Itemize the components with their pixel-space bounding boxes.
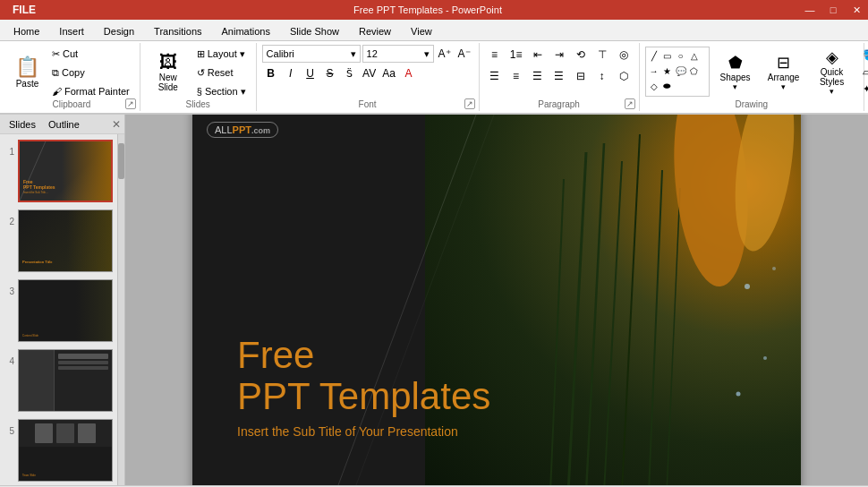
- shapes-button[interactable]: ⬟ Shapes ▾: [713, 45, 758, 98]
- numbering-button[interactable]: 1≡: [506, 45, 526, 64]
- tab-slideshow[interactable]: Slide Show: [280, 21, 349, 40]
- para-row-1: ≡ 1≡ ⇤ ⇥ ⟲ ⊤ ◎: [485, 45, 634, 64]
- align-center-button[interactable]: ≡: [506, 66, 526, 86]
- smartart-button[interactable]: ◎: [614, 45, 634, 64]
- increase-font-button[interactable]: A⁺: [436, 45, 454, 63]
- slide4-content: [58, 354, 108, 407]
- canvas-area[interactable]: ALLPPT.com Free PPT Templates Insert the…: [125, 115, 868, 485]
- align-right-button[interactable]: ☰: [528, 66, 548, 86]
- columns-icon: ⊟: [576, 70, 585, 82]
- shape-triangle[interactable]: △: [688, 49, 701, 62]
- align-left-button[interactable]: ☰: [485, 66, 505, 86]
- slides-tab[interactable]: Slides: [4, 118, 41, 131]
- format-painter-button[interactable]: 🖌 Format Painter: [47, 82, 134, 100]
- layout-button[interactable]: ⊞ Layout ▾: [192, 45, 251, 63]
- shape-line[interactable]: ╱: [648, 49, 660, 62]
- slide-thumb-4[interactable]: 4: [2, 347, 123, 414]
- font-name-dropdown[interactable]: Calibri▾: [262, 45, 361, 63]
- maximize-button[interactable]: □: [821, 0, 845, 20]
- close-button[interactable]: ✕: [845, 0, 868, 20]
- bold-button[interactable]: B: [262, 64, 280, 82]
- quick-styles-button[interactable]: ◈ Quick Styles ▾: [810, 45, 855, 98]
- tab-home[interactable]: Home: [4, 21, 49, 40]
- slide-main-title[interactable]: Free PPT Templates: [237, 335, 490, 417]
- section-arrow: ▾: [241, 86, 246, 98]
- shape-arrow[interactable]: →: [648, 64, 660, 77]
- underline-button[interactable]: U: [302, 64, 319, 82]
- new-slide-button[interactable]: 🖼 New Slide: [146, 45, 191, 98]
- tab-insert[interactable]: Insert: [49, 21, 94, 40]
- svg-point-10: [745, 284, 750, 289]
- font-dialog-launcher[interactable]: ↗: [464, 98, 475, 109]
- minimize-button[interactable]: —: [798, 0, 821, 20]
- slide-thumb-1[interactable]: 1 FreePPT Templates Insert the Sub Title…: [2, 138, 123, 204]
- strikethrough-button[interactable]: S: [321, 64, 339, 82]
- scrollbar-thumb[interactable]: [118, 143, 124, 179]
- align-text-button[interactable]: ⊤: [592, 45, 612, 64]
- char-spacing-button[interactable]: AV: [361, 64, 379, 82]
- panel-close-button[interactable]: ✕: [112, 118, 121, 131]
- shape-cylinder[interactable]: ⬬: [661, 80, 674, 92]
- shape-star[interactable]: ★: [661, 64, 674, 77]
- reset-button[interactable]: ↺ Reset: [192, 64, 251, 81]
- decrease-font-button[interactable]: A⁻: [455, 45, 473, 63]
- text-direction-button[interactable]: ⟲: [571, 45, 591, 64]
- arrange-button[interactable]: ⊟ Arrange ▾: [762, 45, 806, 98]
- shadow-button[interactable]: S̈: [341, 64, 359, 82]
- slide5-photo3: [78, 423, 96, 443]
- cut-button[interactable]: ✂ Cut: [47, 45, 134, 63]
- slide-thumb-2[interactable]: 2 Presentation Title: [2, 208, 123, 274]
- tab-review[interactable]: Review: [349, 21, 401, 40]
- copy-button[interactable]: ⧉ Copy: [47, 64, 134, 81]
- increase-indent-button[interactable]: ⇥: [549, 45, 569, 64]
- shape-circle[interactable]: ○: [675, 49, 687, 62]
- slide-thumb-5[interactable]: 5 Team Slide: [2, 417, 123, 483]
- shape-diamond[interactable]: ◇: [648, 80, 660, 92]
- shape-pentagon[interactable]: ⬠: [688, 64, 701, 77]
- shape-rect[interactable]: ▭: [661, 49, 674, 62]
- change-case-button[interactable]: Aa: [380, 64, 398, 82]
- slide-main-subtitle[interactable]: Insert the Sub Title of Your Presentatio…: [237, 424, 490, 439]
- shape-callout[interactable]: 💬: [675, 64, 687, 77]
- paste-button[interactable]: 📋 Paste: [9, 45, 46, 98]
- slide3-bg: [76, 280, 112, 341]
- paragraph-dialog-launcher[interactable]: ↗: [625, 98, 635, 109]
- shapes-palette[interactable]: ╱ ▭ ○ △ → ★ 💬 ⬠ ◇ ⬬: [645, 47, 710, 97]
- tab-animations[interactable]: Animations: [212, 21, 280, 40]
- shape-styles-box: 🪣 Shape Fill ▾ ▱ Shape Outline ▾ ✦ Shape…: [858, 47, 868, 97]
- quick-styles-arrow: ▾: [830, 87, 834, 96]
- main-slide-canvas[interactable]: ALLPPT.com Free PPT Templates Insert the…: [192, 115, 801, 485]
- decrease-indent-button[interactable]: ⇤: [528, 45, 548, 64]
- columns-button[interactable]: ⊟: [571, 66, 591, 86]
- line-spacing-button[interactable]: ↕: [592, 66, 612, 86]
- font-color-button[interactable]: A: [400, 64, 418, 82]
- slide-image-4: [18, 349, 113, 412]
- shape-fill-icon: 🪣: [863, 49, 868, 61]
- shape-outline-button[interactable]: ▱ Shape Outline ▾: [858, 64, 868, 80]
- clipboard-dialog-launcher[interactable]: ↗: [125, 98, 136, 109]
- panel-scrollbar[interactable]: [117, 134, 124, 485]
- slide-text-content[interactable]: Free PPT Templates Insert the Sub Title …: [237, 335, 490, 439]
- italic-button[interactable]: I: [282, 64, 300, 82]
- font-label: Font: [257, 99, 479, 109]
- svg-line-7: [667, 188, 680, 485]
- decrease-font-icon: A⁻: [458, 47, 471, 60]
- cut-icon: ✂: [52, 48, 60, 60]
- shape-fill-button[interactable]: 🪣 Shape Fill ▾: [858, 47, 868, 63]
- slide-thumb-3[interactable]: 3 Content Slide: [2, 278, 123, 344]
- convert-smartart-icon: ⬡: [619, 70, 628, 82]
- text-direction-icon: ⟲: [576, 48, 585, 61]
- slides-group: 🖼 New Slide ⊞ Layout ▾ ↺ Reset § Section…: [140, 43, 257, 111]
- font-size-dropdown[interactable]: 12▾: [362, 45, 434, 63]
- convert-to-smartart-button[interactable]: ⬡: [614, 66, 634, 86]
- section-button[interactable]: § Section ▾: [192, 82, 251, 100]
- shape-effects-button[interactable]: ✦ Shape Effects ▾: [858, 81, 868, 97]
- tab-view[interactable]: View: [401, 21, 442, 40]
- font-color-icon: A: [405, 67, 413, 80]
- tab-design[interactable]: Design: [94, 21, 144, 40]
- file-tab[interactable]: FILE: [0, 0, 48, 20]
- bullets-button[interactable]: ≡: [485, 45, 505, 64]
- tab-transitions[interactable]: Transitions: [144, 21, 211, 40]
- justify-button[interactable]: ☰: [549, 66, 569, 86]
- outline-tab[interactable]: Outline: [43, 118, 85, 131]
